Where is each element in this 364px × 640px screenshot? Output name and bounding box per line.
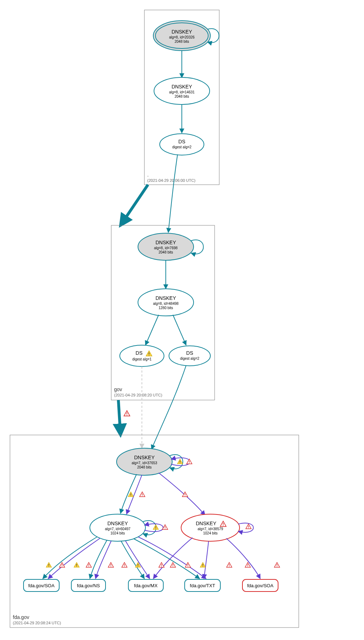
warning-icon <box>153 525 159 530</box>
svg-text:digest alg=2: digest alg=2 <box>180 357 200 360</box>
svg-text:DNSKEY: DNSKEY <box>171 29 192 35</box>
node-root-ksk[interactable]: DNSKEY alg=8, id=20326 2048 bits <box>153 21 210 51</box>
error-icon <box>108 563 114 568</box>
svg-text:alg=7, id=37653: alg=7, id=37653 <box>132 461 157 465</box>
warning-icon <box>74 563 80 568</box>
error-icon <box>140 492 145 497</box>
zone-root-timestamp: (2021-04-29 20:06:00 UTC) <box>147 178 195 183</box>
rrset-txt[interactable]: fda.gov/TXT <box>185 579 220 592</box>
node-fda-ksk[interactable]: DNSKEY alg=7, id=37653 2048 bits <box>117 448 172 475</box>
svg-text:2048 bits: 2048 bits <box>137 465 152 469</box>
warning-icon <box>200 563 206 568</box>
warning-icon <box>46 563 52 568</box>
svg-text:alg=7, id=60497: alg=7, id=60497 <box>105 527 130 531</box>
edge-fda-ksk-to-zsk2-purple <box>159 473 205 515</box>
error-icon <box>187 459 192 464</box>
edge-root-to-gov-zone <box>121 185 148 225</box>
edge-gov-zsk-to-ds2 <box>173 315 186 345</box>
svg-text:2048 bits: 2048 bits <box>175 94 189 98</box>
svg-text:DS: DS <box>135 350 142 356</box>
edge-fda-ksk-to-zsk1-purple <box>127 475 142 514</box>
edge-fda-zsk1-self-purple <box>144 524 163 532</box>
warning-icon <box>128 492 134 497</box>
error-icon <box>170 563 176 568</box>
svg-text:fda.gov/SOA: fda.gov/SOA <box>28 583 55 588</box>
rrset-soa2[interactable]: fda.gov/SOA <box>242 579 278 592</box>
svg-text:(2021-04-29 20:08:20 UTC): (2021-04-29 20:08:20 UTC) <box>114 393 162 397</box>
svg-text:alg=8, id=14631: alg=8, id=14631 <box>169 90 195 94</box>
warning-icon <box>178 459 183 464</box>
svg-text:DNSKEY: DNSKEY <box>134 455 155 460</box>
edge-gov-to-fda-zone <box>118 400 121 435</box>
zone-root-label: . <box>147 172 149 178</box>
zone-gov: gov (2021-04-29 20:08:20 UTC) DNSKEY alg… <box>111 225 215 400</box>
rrset-ns[interactable]: fda.gov/NS <box>71 579 106 592</box>
node-gov-ksk[interactable]: DNSKEY alg=8, id=7698 2048 bits <box>138 233 194 260</box>
svg-text:digest alg=1: digest alg=1 <box>132 357 152 361</box>
zone-root: . (2021-04-29 20:06:00 UTC) DNSKEY alg=8… <box>144 10 219 185</box>
svg-text:alg=8, id=48498: alg=8, id=48498 <box>153 302 179 306</box>
svg-text:(2021-04-29 20:08:24 UTC): (2021-04-29 20:08:24 UTC) <box>13 621 61 625</box>
svg-text:DNSKEY: DNSKEY <box>196 521 216 526</box>
svg-text:1280 bits: 1280 bits <box>159 306 173 310</box>
edge-gov-zsk-to-ds1 <box>145 315 159 345</box>
svg-text:2048 bits: 2048 bits <box>159 250 173 254</box>
edge-gov-ds2-to-fda-ksk <box>152 365 186 449</box>
error-icon <box>275 563 280 568</box>
warning-icon <box>135 563 141 568</box>
node-root-ds[interactable]: DS digest alg=2 <box>160 134 204 155</box>
zone-fda: fda.gov (2021-04-29 20:08:24 UTC) DNSKEY… <box>10 435 299 628</box>
svg-text:fda.gov/MX: fda.gov/MX <box>134 583 158 588</box>
error-icon <box>86 563 92 568</box>
edge-root-ds-to-gov-ksk <box>168 154 178 232</box>
node-gov-zsk[interactable]: DNSKEY alg=8, id=48498 1280 bits <box>138 289 194 316</box>
svg-text:DNSKEY: DNSKEY <box>155 240 176 245</box>
edge-fda-ksk-to-zsk1-teal <box>121 474 137 513</box>
node-gov-ds1[interactable]: DS digest alg=1 <box>120 345 164 367</box>
svg-text:alg=7, id=38579: alg=7, id=38579 <box>198 527 223 531</box>
node-gov-ds2[interactable]: DS digest alg=2 <box>169 346 210 366</box>
node-fda-zsk2[interactable]: DNSKEY alg=7, id=38579 1024 bits <box>181 514 240 541</box>
node-root-zsk[interactable]: DNSKEY alg=8, id=14631 2048 bits <box>154 77 210 104</box>
zone-gov-label: gov <box>114 386 122 392</box>
error-icon <box>246 524 251 529</box>
svg-point-14 <box>160 134 204 155</box>
svg-text:1024 bits: 1024 bits <box>203 531 218 535</box>
error-icon <box>122 563 127 568</box>
svg-text:fda.gov/SOA: fda.gov/SOA <box>247 583 273 588</box>
error-icon <box>159 563 164 568</box>
zone-fda-label: fda.gov <box>13 614 29 620</box>
svg-text:DNSKEY: DNSKEY <box>155 295 176 301</box>
svg-point-30 <box>169 346 210 366</box>
svg-text:DNSKEY: DNSKEY <box>107 521 128 526</box>
rrset-mx[interactable]: fda.gov/MX <box>128 579 163 592</box>
svg-text:alg=8, id=20326: alg=8, id=20326 <box>169 35 195 39</box>
rrset-soa1[interactable]: fda.gov/SOA <box>24 579 59 592</box>
error-icon <box>183 492 188 497</box>
svg-text:2048 bits: 2048 bits <box>175 40 189 43</box>
svg-text:DS: DS <box>178 139 185 144</box>
edge-fda-zsk2-self-purple <box>238 523 253 532</box>
svg-text:DNSKEY: DNSKEY <box>171 84 192 89</box>
svg-text:fda.gov/NS: fda.gov/NS <box>77 583 100 588</box>
svg-text:DS: DS <box>186 350 193 356</box>
svg-text:digest alg=2: digest alg=2 <box>172 145 192 149</box>
error-icon <box>227 563 232 568</box>
error-icon <box>124 411 130 416</box>
svg-point-27 <box>120 345 164 367</box>
node-fda-zsk1[interactable]: DNSKEY alg=7, id=60497 1024 bits <box>90 514 145 541</box>
svg-text:alg=8, id=7698: alg=8, id=7698 <box>154 246 178 250</box>
svg-text:fda.gov/TXT: fda.gov/TXT <box>190 583 215 588</box>
svg-text:1024 bits: 1024 bits <box>111 531 125 535</box>
